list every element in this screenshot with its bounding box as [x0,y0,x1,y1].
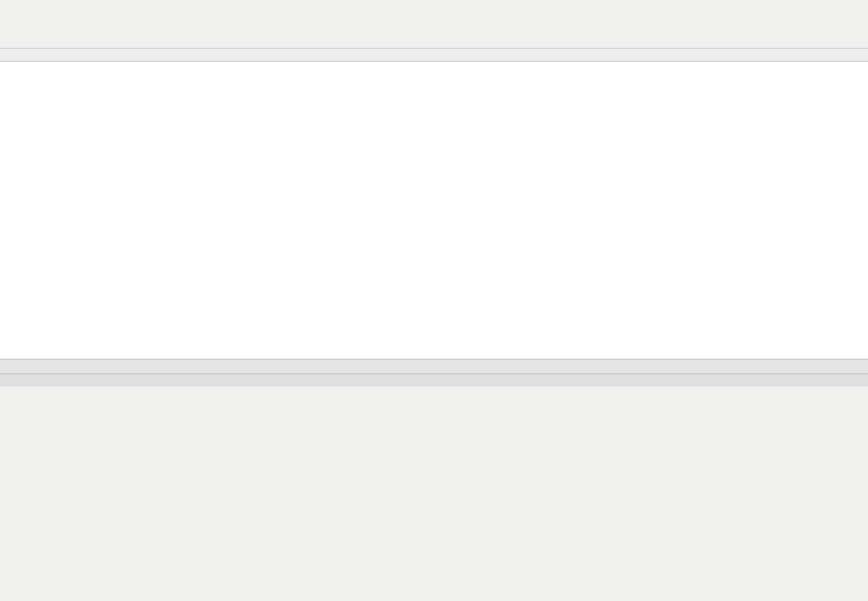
legend-red-segment [829,23,866,29]
legend-yellow-segment [798,23,829,29]
column-header-latency-graph[interactable] [416,49,865,61]
timeline-header [0,374,868,386]
column-header-cur[interactable] [353,49,384,61]
pingplotter-window [0,0,868,601]
round-trip-row [0,359,868,374]
legend-100ms-label [767,10,795,21]
table-header [0,48,868,62]
credit-line [0,583,868,598]
column-header-name[interactable] [170,49,287,61]
column-header-count[interactable] [38,49,76,61]
legend-green-segment [761,23,798,29]
column-header-ip[interactable] [76,49,170,61]
column-header-min[interactable] [320,49,353,61]
target-name-label [0,3,83,16]
samples-timed-label [0,31,83,43]
legend-color-bar [761,23,866,29]
timeline-graph[interactable] [0,386,868,578]
round-trip-label [170,360,283,373]
column-header-avg[interactable] [287,49,320,61]
ip-label [0,17,83,30]
latency-graph-column [416,62,868,359]
column-header-pl[interactable] [384,49,416,61]
round-trip-avg [287,360,316,373]
column-header-hop[interactable] [0,49,38,61]
legend-200ms-label [812,10,840,21]
latency-scale-legend [761,10,866,31]
round-trip-cur [351,360,381,373]
